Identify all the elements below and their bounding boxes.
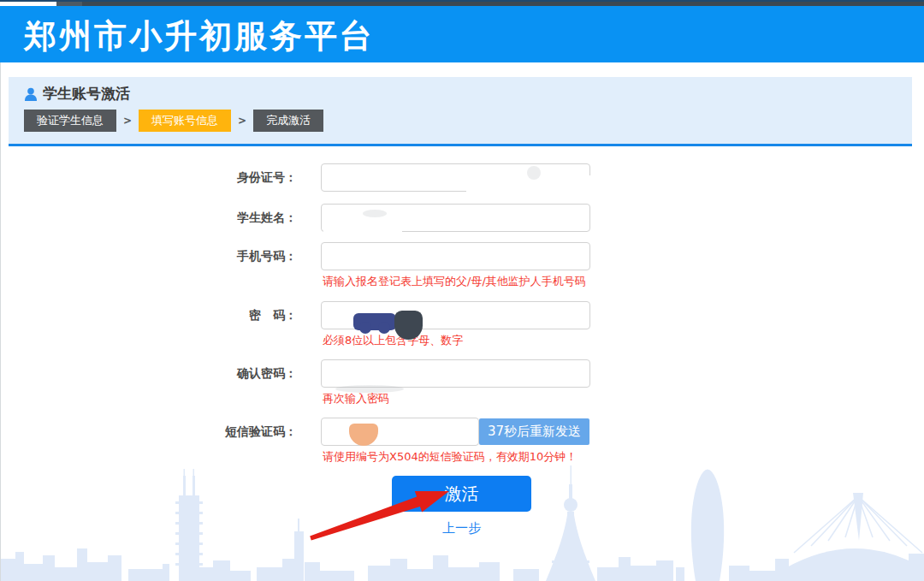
student-name-label: 学生姓名： <box>197 210 297 226</box>
step-separator-icon: > <box>238 115 246 127</box>
sms-code-label: 短信验证码： <box>197 424 297 440</box>
resend-countdown-button[interactable]: 37秒后重新发送 <box>479 418 589 445</box>
page: 郑州市小升初服务平台 学生账号激活 验证学生信息 > 填写账号信息 > 完成激活… <box>0 0 924 581</box>
phone-label: 手机号码： <box>197 249 297 264</box>
section-title: 学生账号激活 <box>43 84 130 104</box>
step-separator-icon: > <box>123 115 132 127</box>
section-header: 学生账号激活 <box>24 84 130 104</box>
back-link[interactable]: 上一步 <box>392 520 531 537</box>
confirm-password-hint: 再次输入密码 <box>323 391 389 406</box>
redaction-smudge <box>363 210 387 217</box>
step-verify-student-info: 验证学生信息 <box>24 110 116 132</box>
idcard-label: 身份证号： <box>197 170 297 186</box>
sms-hint: 请使用编号为X504的短信验证码，有效期10分钟！ <box>323 449 577 465</box>
section-panel: 学生账号激活 验证学生信息 > 填写账号信息 > 完成激活 <box>9 77 912 146</box>
step-fill-account-info: 填写账号信息 <box>139 110 231 132</box>
step-complete-activation: 完成激活 <box>253 110 323 132</box>
browser-tab[interactable] <box>0 2 56 6</box>
redaction-blob <box>359 322 371 334</box>
site-banner: 郑州市小升初服务平台 <box>0 6 924 62</box>
site-title: 郑州市小升初服务平台 <box>24 6 375 62</box>
browser-tab-neighbor <box>56 2 82 6</box>
user-icon <box>24 87 38 101</box>
step-breadcrumb: 验证学生信息 > 填写账号信息 > 完成激活 <box>24 110 323 132</box>
redaction-patch <box>323 218 402 235</box>
window-top-edge <box>0 0 924 2</box>
redaction-blob <box>394 311 423 340</box>
phone-hint: 请输入报名登记表上填写的父/母/其他监护人手机号码 <box>323 274 586 289</box>
confirm-password-input[interactable] <box>321 359 590 388</box>
browser-chrome-strip <box>0 0 924 6</box>
activate-button[interactable]: 激活 <box>392 476 531 512</box>
redaction-smudge <box>527 166 541 180</box>
phone-input[interactable] <box>321 242 590 270</box>
password-hint: 必须8位以上包含字母、数字 <box>323 333 463 348</box>
redaction-smudge <box>335 385 404 393</box>
redaction-blob <box>378 322 390 334</box>
sms-code-input[interactable] <box>321 418 479 446</box>
window-left-edge <box>0 62 1 581</box>
password-label: 密 码： <box>197 308 297 323</box>
city-skyline-graphic <box>0 448 924 581</box>
confirm-password-label: 确认密码： <box>197 366 297 382</box>
